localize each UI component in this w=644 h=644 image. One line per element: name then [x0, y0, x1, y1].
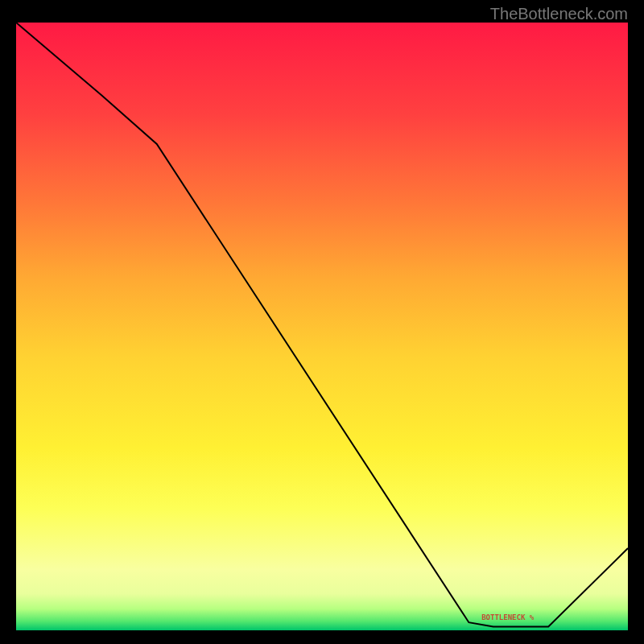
annotation-dashes: BOTTLENECK % — [481, 613, 534, 621]
watermark-text: TheBottleneck.com — [490, 5, 628, 23]
annotation-layer: BOTTLENECK % — [16, 23, 628, 630]
